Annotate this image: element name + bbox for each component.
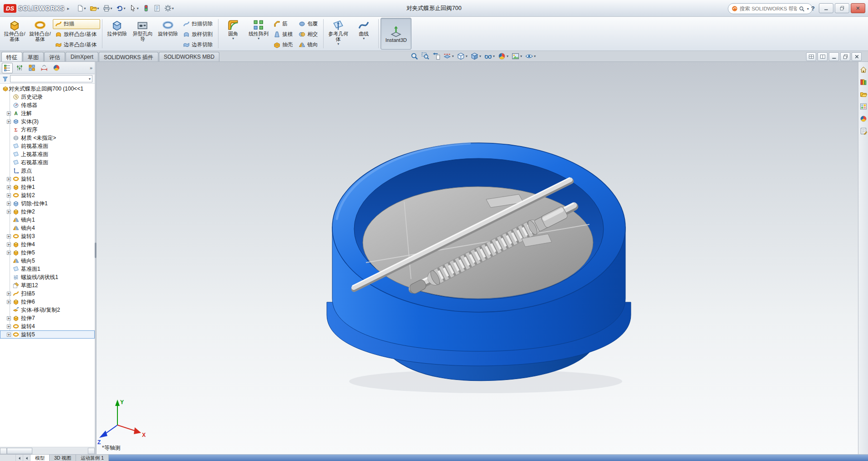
panel-horizontal-scrollbar[interactable] xyxy=(0,447,95,454)
pane-wide-button[interactable] xyxy=(817,52,827,61)
dropdown-arrow-icon[interactable]: ▾ xyxy=(466,54,467,58)
expand-toggle[interactable]: + xyxy=(7,177,11,181)
expand-toggle[interactable]: + xyxy=(7,324,11,329)
close-button[interactable] xyxy=(851,3,865,13)
tree-item[interactable]: 镜向4 xyxy=(0,224,95,232)
model-3d-view[interactable]: Y X Z xyxy=(96,62,858,454)
restore-doc-button[interactable] xyxy=(840,52,850,61)
ribbon-button-instant3d[interactable]: Instant3D xyxy=(381,18,411,50)
dropdown-arrow-icon[interactable]: ▾ xyxy=(172,6,174,10)
tree-item[interactable]: 上视基准面 xyxy=(0,150,95,158)
tree-root-item[interactable]: 对夹式蝶形止回阀700 (100<<1 xyxy=(0,85,95,93)
ribbon-tab-3[interactable]: DimXpert xyxy=(66,52,98,61)
scroll-track[interactable] xyxy=(7,448,88,454)
ribbon-button-loft-cut[interactable]: 放样切割 xyxy=(181,30,216,40)
file-properties-button[interactable] xyxy=(152,4,162,13)
split-pane-button[interactable] xyxy=(806,52,816,61)
expand-toggle[interactable]: + xyxy=(7,202,11,206)
ribbon-button-linear-pattern[interactable]: 线性阵列▾ xyxy=(246,18,271,50)
bottom-tab-1[interactable]: 3D 视图 xyxy=(50,455,76,461)
view-orientation-button[interactable]: ▾ xyxy=(456,52,468,61)
ribbon-button-hole-wizard[interactable]: 异型孔向导 xyxy=(130,18,155,50)
dropdown-arrow-icon[interactable]: ▾ xyxy=(363,36,365,41)
menu-expand-arrow-icon[interactable]: ▸ xyxy=(67,6,70,11)
tree-item[interactable]: +旋转3 xyxy=(0,232,95,240)
expand-toggle[interactable]: + xyxy=(7,120,11,124)
tree-item[interactable]: 基准面1 xyxy=(0,265,95,273)
appearances-scenes-tab[interactable] xyxy=(859,115,868,123)
ribbon-button-sweep-cut[interactable]: 扫描切除 xyxy=(181,19,216,29)
feature-manager-tab[interactable] xyxy=(2,63,13,73)
help-button[interactable]: ? xyxy=(808,5,817,12)
ribbon-button-revolve-boss[interactable]: 旋转凸台/基体 xyxy=(27,18,53,50)
expand-toggle[interactable]: + xyxy=(7,210,11,214)
dropdown-arrow-icon[interactable]: ▾ xyxy=(137,6,139,10)
tree-item[interactable]: +拉伸4 xyxy=(0,240,95,248)
options-button[interactable]: ▾ xyxy=(163,4,175,13)
dropdown-arrow-icon[interactable]: ▾ xyxy=(534,54,536,58)
dropdown-arrow-icon[interactable]: ▾ xyxy=(493,54,495,58)
dropdown-arrow-icon[interactable]: ▾ xyxy=(258,36,259,41)
bottom-tab-0[interactable]: 模型 xyxy=(30,455,50,461)
tree-item[interactable]: 材质 <未指定> xyxy=(0,134,95,142)
tab-scroll-left2-button[interactable] xyxy=(23,455,30,461)
tree-item[interactable]: +拉伸2 xyxy=(0,208,95,216)
bottom-tab-2[interactable]: 运动算例 1 xyxy=(76,455,109,461)
ribbon-button-draft[interactable]: 拔模 xyxy=(271,30,296,40)
tree-item[interactable]: +旋转1 xyxy=(0,175,95,183)
filter-dropdown-arrow-icon[interactable]: ▾ xyxy=(89,77,91,81)
ribbon-tab-4[interactable]: SOLIDWORKS 插件 xyxy=(99,52,158,61)
zoom-fit-button[interactable] xyxy=(410,52,419,61)
ribbon-button-boundary-cut[interactable]: 边界切除 xyxy=(181,40,216,50)
tree-item[interactable]: +旋转4 xyxy=(0,322,95,330)
tab-scroll-left-button[interactable] xyxy=(16,455,23,461)
restore-button[interactable] xyxy=(835,3,849,13)
ribbon-button-extrude-boss[interactable]: 拉伸凸台/基体 xyxy=(2,18,27,50)
expand-toggle[interactable]: + xyxy=(7,185,11,189)
tree-item[interactable]: 右视基准面 xyxy=(0,158,95,167)
tree-item[interactable]: +旋转5 xyxy=(0,330,95,339)
tree-item[interactable]: +A注解 xyxy=(0,109,95,117)
undo-button[interactable]: ▾ xyxy=(115,4,127,13)
design-library-tab[interactable] xyxy=(859,78,868,86)
edit-appearance-button[interactable]: ▾ xyxy=(497,52,509,61)
tree-item[interactable]: 螺旋线/涡状线1 xyxy=(0,273,95,281)
search-go-slot[interactable] xyxy=(799,6,805,12)
help-search-box[interactable]: 搜索 SOLIDWORKS 帮助 ▾ xyxy=(728,3,812,14)
graphics-area[interactable]: Y X Z *等轴测 xyxy=(96,62,858,454)
dropdown-arrow-icon[interactable]: ▾ xyxy=(111,6,112,10)
previous-view-button[interactable] xyxy=(431,52,441,61)
tree-item[interactable]: +拉伸5 xyxy=(0,248,95,257)
feature-tree-filter[interactable]: ▾ xyxy=(0,74,95,84)
dropdown-arrow-icon[interactable]: ▾ xyxy=(84,6,86,10)
ribbon-button-curves[interactable]: 曲线▾ xyxy=(351,18,376,50)
tree-item[interactable]: +拉伸1 xyxy=(0,183,95,191)
display-style-button[interactable]: ▾ xyxy=(470,52,482,61)
tree-item[interactable]: 前视基准面 xyxy=(0,142,95,150)
ribbon-button-ref-geometry[interactable]: 参考几何体▾ xyxy=(325,18,351,50)
tree-item[interactable]: 镜向1 xyxy=(0,216,95,224)
new-document-button[interactable]: ▾ xyxy=(75,4,87,13)
ribbon-button-boundary[interactable]: 边界凸台/基体 xyxy=(53,40,100,50)
tree-item[interactable]: Σ方程序 xyxy=(0,126,95,134)
expand-toggle[interactable]: + xyxy=(7,300,11,304)
expand-toggle[interactable]: + xyxy=(7,316,11,320)
open-button[interactable]: ▾ xyxy=(88,4,101,13)
dropdown-arrow-icon[interactable]: ▾ xyxy=(97,6,99,10)
expand-toggle[interactable]: + xyxy=(7,193,11,198)
scroll-right-button[interactable] xyxy=(88,448,95,454)
ribbon-button-mirror-f[interactable]: 镜向 xyxy=(296,40,321,50)
ribbon-button-sweep[interactable]: 扫描 xyxy=(53,19,100,29)
solidworks-resources-tab[interactable] xyxy=(859,66,868,74)
dropdown-arrow-icon[interactable]: ▾ xyxy=(337,42,339,46)
ribbon-tab-2[interactable]: 评估 xyxy=(44,52,65,61)
expand-toggle[interactable]: + xyxy=(7,111,11,116)
zoom-area-button[interactable] xyxy=(421,52,430,61)
dimxpert-manager-tab[interactable] xyxy=(39,63,50,73)
dropdown-arrow-icon[interactable]: ▾ xyxy=(452,54,454,58)
select-button[interactable]: ▾ xyxy=(128,4,140,13)
ribbon-tab-5[interactable]: SOLIDWORKS MBD xyxy=(159,52,219,61)
ribbon-button-fillet[interactable]: 圆角▾ xyxy=(220,18,246,50)
dropdown-arrow-icon[interactable]: ▾ xyxy=(479,54,481,58)
tree-item[interactable]: 原点 xyxy=(0,167,95,175)
